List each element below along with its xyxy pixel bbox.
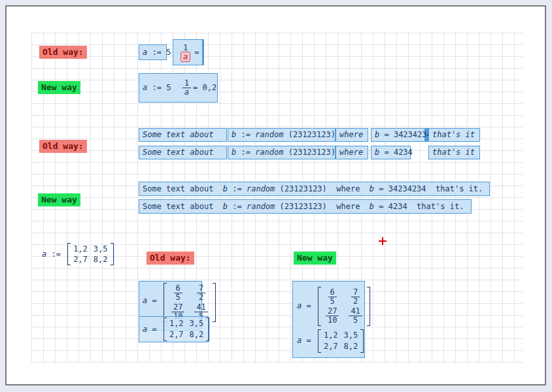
region-matrix-results-new[interactable]: a = 65 72 2710 415 a = [292, 281, 365, 358]
matrix-cell: 3,5 [344, 331, 358, 340]
math-fn: random [255, 148, 283, 157]
label-new-way-3[interactable]: New way [294, 252, 336, 265]
fraction-denominator: 2 [197, 293, 205, 302]
fraction-denominator: 5 [174, 293, 182, 302]
error-highlight: a [181, 52, 190, 62]
region-inline-sentence-2[interactable]: Some text about b := random (23123123) w… [139, 199, 472, 214]
region-combined-assign-eval[interactable]: a := 5 1 a = 0,2 [139, 73, 218, 103]
math-op: := [147, 83, 166, 93]
label-old-way-2[interactable]: Old way: [39, 140, 87, 153]
matrix-bracket-right [213, 283, 216, 322]
matrix: 65 72 2710 415 [318, 287, 370, 326]
fraction: 65 [328, 288, 337, 306]
matrix: 1,23,5 2,78,2 [318, 329, 364, 353]
fraction-numerator: 27 [171, 303, 184, 312]
region-matrix-definition[interactable]: a := 1,23,5 2,78,2 [42, 243, 114, 265]
label-old-way-3[interactable]: Old way: [147, 252, 194, 265]
region-expr-2[interactable]: b := random (23123123) [228, 146, 336, 159]
text-content: that's it. [407, 202, 464, 212]
math-result: 34234234 [388, 184, 426, 194]
math-result: 0,2 [203, 83, 217, 93]
text-content: Some text about [143, 130, 213, 140]
label-new-way-1[interactable]: New way [38, 81, 80, 94]
label-new-way-2[interactable]: New way [38, 193, 80, 206]
math-eq: = [374, 184, 388, 194]
region-tail-1[interactable]: that's it [428, 128, 480, 142]
fraction: 72 [351, 288, 360, 306]
worksheet-window: Old way: a := 5 1 a = New way a := 5 1 a… [5, 5, 546, 385]
fraction-denominator: 5 [328, 297, 337, 306]
math-result: 4234 [388, 202, 407, 212]
region-text-1[interactable]: Some text about [139, 128, 227, 142]
region-where-1[interactable]: where [336, 128, 368, 142]
matrix-bracket-right [367, 287, 370, 326]
region-text-2[interactable]: Some text about [139, 146, 227, 159]
matrix-cell: 8,2 [94, 255, 108, 264]
fraction: 1 a [179, 44, 192, 61]
matrix-result-row: a = 1,23,5 2,78,2 [297, 329, 364, 353]
math-fn: random [255, 130, 283, 140]
math-var: a [297, 301, 302, 311]
math-eq: = [147, 296, 162, 306]
region-eval-frac-error[interactable]: 1 a = [173, 39, 204, 65]
math-var: b [370, 184, 374, 194]
math-var: a [143, 325, 147, 335]
math-op: := [46, 250, 65, 259]
matrix-cell: 2,7 [324, 342, 338, 351]
math-eq: = [147, 325, 162, 335]
math-op: := [236, 148, 255, 157]
math-eq: = [302, 301, 316, 311]
math-op: := [228, 202, 247, 212]
math-eq: = [194, 48, 199, 57]
fraction: 415 [349, 307, 362, 325]
fraction: 72 [197, 284, 205, 302]
matrix: 1,23,5 2,78,2 [67, 243, 113, 265]
fraction-numerator: 6 [174, 284, 182, 293]
fraction-numerator: 7 [197, 284, 205, 293]
matrix-cell: 1,2 [73, 244, 88, 253]
math-var: b [223, 202, 228, 212]
matrix-bracket-right [360, 329, 364, 353]
math-var: b [232, 148, 236, 157]
math-op: := [228, 184, 247, 194]
text-content: that's it [432, 148, 475, 157]
matrix-bracket-right [206, 318, 209, 341]
matrix-cell: 2,7 [169, 330, 184, 340]
worksheet-grid-canvas[interactable] [31, 33, 523, 363]
fraction-numerator: 27 [326, 307, 339, 316]
region-where-2[interactable]: where [336, 146, 368, 159]
math-value: 5 [166, 83, 171, 93]
region-inline-sentence-1[interactable]: Some text about b := random (23123123) w… [139, 182, 490, 196]
fraction-numerator: 7 [351, 288, 360, 297]
region-assign-a[interactable]: a := 5 [139, 44, 167, 60]
math-eq: = [193, 83, 202, 93]
region-result-2[interactable]: b = 4234 [371, 146, 411, 159]
app-screen: Old way: a := 5 1 a = New way a := 5 1 a… [0, 0, 552, 392]
fraction-numerator: 1 [182, 79, 191, 88]
text-content: Some text about [143, 202, 223, 212]
matrix-cell: 3,5 [94, 244, 108, 253]
math-var: b [223, 184, 228, 194]
text-content: where [339, 148, 363, 157]
math-arg: (23123123) [275, 202, 326, 212]
math-result: 34234234 [394, 130, 432, 140]
region-tail-2[interactable]: that's it [428, 146, 480, 159]
region-result-1[interactable]: b = 34234234 [371, 128, 428, 142]
fraction: 2710 [326, 307, 339, 325]
text-content: Some text about [143, 184, 223, 194]
text-content: where [327, 184, 370, 194]
region-matrix-result-plain-old-overlapping[interactable]: a = 1,23,5 2,78,2 [139, 316, 209, 342]
math-arg: (23123123) [284, 148, 336, 157]
math-var: b [232, 130, 236, 140]
label-old-way-1[interactable]: Old way: [39, 46, 87, 59]
region-expr-1[interactable]: b := random (23123123) [228, 128, 336, 142]
text-content: that's it. [426, 184, 483, 194]
matrix-cell: 2,7 [73, 255, 88, 264]
fraction-numerator: 41 [349, 307, 362, 316]
math-fn: random [247, 202, 275, 212]
math-var: a [297, 336, 302, 346]
matrix: 1,23,5 2,78,2 [164, 318, 209, 341]
math-var: b [375, 148, 379, 157]
insertion-cursor-cross [379, 237, 387, 245]
math-eq: = [379, 148, 394, 157]
